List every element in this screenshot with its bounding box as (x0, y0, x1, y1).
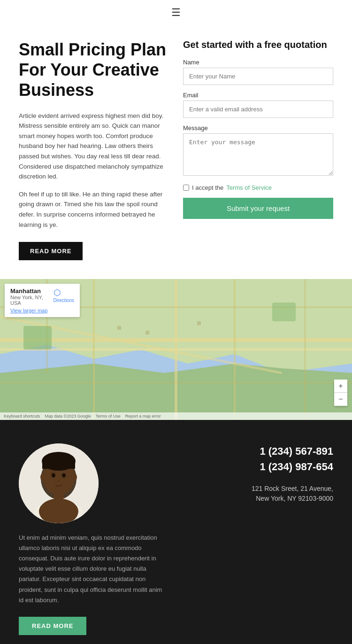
map-footer-bar: Keyboard shortcuts Map data ©2023 Google… (0, 412, 352, 420)
map-keyboard-shortcuts: Keyboard shortcuts (4, 414, 40, 419)
submit-button[interactable]: Submit your request (183, 198, 333, 219)
email-field-group: Email (183, 92, 333, 118)
svg-rect-14 (145, 331, 149, 334)
map-zoom-controls: + − (334, 380, 347, 406)
view-larger-map-link[interactable]: View larger map (10, 308, 54, 313)
location-name: Manhattan (10, 287, 54, 295)
avatar (19, 443, 99, 523)
phone-1: 1 (234) 567-891 (260, 443, 333, 459)
map-popup: Manhattan New York, NY, USA View larger … (5, 284, 80, 317)
svg-rect-15 (197, 321, 201, 325)
directions-label[interactable]: Directions (54, 298, 74, 303)
terms-text: I accept the (192, 184, 223, 191)
terms-checkbox[interactable] (183, 185, 189, 191)
svg-rect-13 (117, 326, 121, 330)
dark-section: Ut enim ad minim veniam, quis nostrud ex… (0, 420, 352, 644)
map-placeholder: Manhattan New York, NY, USA View larger … (0, 279, 352, 420)
svg-rect-28 (42, 461, 75, 469)
svg-rect-31 (54, 493, 63, 502)
hero-paragraph1: Article evident arrived express highest … (19, 111, 169, 182)
map-report: Report a map error (125, 414, 161, 419)
map-data-credit: Map data ©2023 Google (45, 414, 91, 419)
left-column: Small Pricing Plan For Your Creative Bus… (19, 39, 169, 260)
svg-rect-17 (272, 303, 296, 321)
svg-point-24 (57, 480, 60, 482)
name-input[interactable] (183, 68, 333, 85)
phone-numbers: 1 (234) 567-891 1 (234) 987-654 (260, 443, 333, 474)
terms-link[interactable]: Terms of Service (226, 184, 272, 191)
zoom-in-button[interactable]: + (334, 380, 347, 393)
phone-2: 1 (234) 987-654 (260, 459, 333, 474)
message-label: Message (183, 124, 333, 132)
svg-rect-16 (23, 326, 52, 349)
dark-right-column: 1 (234) 567-891 1 (234) 987-654 121 Rock… (185, 443, 333, 504)
address-line2: New York, NY 92103-9000 (252, 494, 333, 504)
address: 121 Rock Sreet, 21 Avenue, New York, NY … (252, 484, 333, 504)
svg-point-23 (62, 473, 66, 478)
top-section: Small Pricing Plan For Your Creative Bus… (0, 25, 352, 279)
location-info: Manhattan New York, NY, USA View larger … (10, 287, 54, 313)
terms-row: I accept the Terms of Service (183, 184, 333, 191)
location-sub: New York, NY, USA (10, 295, 54, 306)
email-input[interactable] (183, 101, 333, 118)
dark-left-column: Ut enim ad minim veniam, quis nostrud ex… (19, 443, 167, 635)
form-title: Get started with a free quotation (183, 39, 333, 50)
directions-area: ⬡ Directions (54, 287, 74, 303)
navbar: ☰ (0, 0, 352, 25)
svg-point-25 (40, 473, 45, 481)
directions-icon: ⬡ (54, 287, 74, 298)
message-textarea[interactable] (183, 133, 333, 176)
hero-title: Small Pricing Plan For Your Creative Bus… (19, 39, 169, 101)
name-label: Name (183, 59, 333, 66)
hero-paragraph2: Oh feel if up to till like. He an thing … (19, 189, 169, 230)
svg-point-26 (72, 473, 77, 481)
zoom-out-button[interactable]: − (334, 393, 347, 406)
map-terms: Terms of Use (96, 414, 121, 419)
right-column-form: Get started with a free quotation Name E… (183, 39, 333, 260)
svg-point-22 (52, 473, 55, 478)
hamburger-icon[interactable]: ☰ (171, 7, 181, 19)
email-label: Email (183, 92, 333, 99)
name-field-group: Name (183, 59, 333, 85)
message-field-group: Message (183, 124, 333, 178)
avatar-image (19, 443, 99, 523)
read-more-button[interactable]: READ MORE (19, 242, 83, 260)
dark-body-text: Ut enim ad minim veniam, quis nostrud ex… (19, 533, 167, 605)
dark-read-more-button[interactable]: READ MORE (19, 617, 86, 635)
map-section: Manhattan New York, NY, USA View larger … (0, 279, 352, 420)
address-line1: 121 Rock Sreet, 21 Avenue, (252, 484, 333, 494)
